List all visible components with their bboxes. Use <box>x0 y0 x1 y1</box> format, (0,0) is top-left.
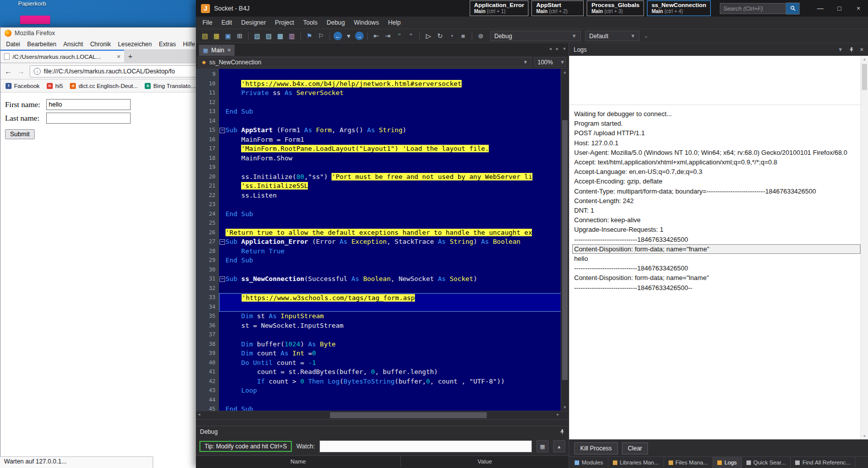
menu-debug[interactable]: Debug <box>322 19 349 26</box>
calculator-icon[interactable]: ▦ <box>536 440 549 452</box>
code-line[interactable]: 25 <box>196 219 569 228</box>
line-number[interactable]: 38 <box>196 340 219 349</box>
scroll-up-icon[interactable]: ▴ <box>553 440 565 452</box>
log-line[interactable]: User-Agent: Mozilla/5.0 (Windows NT 10.0… <box>574 148 858 157</box>
menu-designer[interactable]: Designer <box>237 19 270 26</box>
code-line[interactable]: 17 'MainForm.RootPane.LoadLayout("Layout… <box>196 144 569 154</box>
submit-button[interactable]: Submit <box>5 129 35 139</box>
logs-scrollbar[interactable]: ▲ ▼ <box>860 56 868 439</box>
menu-help[interactable]: Help <box>383 19 405 26</box>
code-line[interactable]: 38 Dim buffer(1024) As Byte <box>196 340 569 349</box>
save-all-icon[interactable]: ▣ <box>223 31 233 41</box>
toolbar-overflow-icon[interactable]: ⌄ <box>644 33 648 39</box>
code-line[interactable]: 19 <box>196 163 569 172</box>
code-line[interactable]: 18 MainForm.Show <box>196 154 569 163</box>
line-number[interactable]: 32 <box>196 284 219 294</box>
pin-icon[interactable] <box>560 429 565 434</box>
pin-icon[interactable] <box>849 47 854 52</box>
tab-list-icon[interactable]: ▾ <box>563 46 566 51</box>
bookmark-item[interactable]: ddict.cc Englisch-Deut... <box>70 82 138 89</box>
search-input[interactable] <box>720 3 786 14</box>
designer-icon[interactable]: ⊞ <box>235 31 245 41</box>
maximize-icon[interactable]: □ <box>830 0 849 17</box>
kill-process-button[interactable]: Kill Process <box>574 442 618 454</box>
line-number[interactable]: 25 <box>196 219 219 228</box>
code-line[interactable]: 22 ss.Listen <box>196 191 569 201</box>
profiler-icon[interactable]: ◔ <box>447 31 457 41</box>
line-number[interactable]: 12 <box>196 98 219 108</box>
code-line[interactable]: 30 <box>196 265 569 275</box>
tab-scroll-right-icon[interactable]: ▸ <box>556 46 559 51</box>
code-line[interactable]: 44 <box>196 396 569 405</box>
code-line[interactable]: 34 <box>196 303 569 312</box>
close-icon[interactable]: × <box>849 0 868 17</box>
recycle-bin-label[interactable]: Papierkorb <box>18 1 46 7</box>
line-number[interactable]: 45 <box>196 405 219 411</box>
code-line[interactable]: 20 ss.Initialize(80,"ss") 'Port must be … <box>196 172 569 182</box>
line-number[interactable]: 14 <box>196 117 219 126</box>
fold-marker-icon[interactable]: − <box>219 274 226 284</box>
code-line[interactable]: 45End Sub <box>196 405 569 411</box>
back-icon[interactable]: ← <box>5 67 12 75</box>
quick-module-appstart[interactable]: AppStartMain (ctrl + 2) <box>531 1 584 16</box>
scrollbar-thumb[interactable] <box>330 412 487 418</box>
log-line[interactable]: Content-Disposition: form-data; name="fn… <box>572 244 860 254</box>
add-module-icon[interactable]: ▧ <box>252 31 262 41</box>
code-line[interactable]: 40 Do Until count = -1 <box>196 358 569 368</box>
page-info-icon[interactable]: i <box>34 68 41 75</box>
tab-close-icon[interactable]: × <box>117 53 121 60</box>
code-line[interactable]: 41 count = st.ReadBytes(buffer, 0, buffe… <box>196 367 569 377</box>
firefox-menu-item[interactable]: Bearbeiten <box>24 41 60 48</box>
add-code-module-icon[interactable]: ▩ <box>275 31 285 41</box>
log-line[interactable]: POST /upload HTTP/1.1 <box>574 128 858 138</box>
quick-module-ss_newconnection[interactable]: ss_NewConnectionMain (ctrl + 4) <box>647 1 711 16</box>
log-line[interactable]: Program started. <box>574 119 858 128</box>
menu-windows[interactable]: Windows <box>350 19 384 26</box>
bookmark-list-icon[interactable]: ⚐ <box>316 31 326 41</box>
code-line[interactable]: 39 Dim count As Int =0 <box>196 349 569 358</box>
firefox-menu-item[interactable]: Datei <box>3 41 24 48</box>
fold-marker-icon[interactable]: − <box>219 237 226 247</box>
line-number[interactable]: 37 <box>196 330 219 340</box>
line-number[interactable]: 27 <box>196 237 219 247</box>
navigate-forward-icon[interactable]: → <box>355 32 364 40</box>
scroll-left-icon[interactable]: ◂ <box>198 412 200 417</box>
log-line[interactable]: Waiting for debugger to connect... <box>574 109 858 119</box>
bookmark-item[interactable]: hhi5 <box>47 82 63 89</box>
menu-file[interactable]: File <box>198 19 217 26</box>
build-config-select[interactable]: Default ▼ <box>585 31 639 41</box>
rebuild-icon[interactable]: ↻ <box>435 31 445 41</box>
line-number[interactable]: 30 <box>196 265 219 275</box>
code-line[interactable]: 36 st = NewSocket.InputStream <box>196 321 569 331</box>
line-number[interactable]: 23 <box>196 200 219 210</box>
log-line[interactable]: DNT: 1 <box>574 206 858 215</box>
line-number[interactable]: 17 <box>196 144 219 154</box>
bottom-tab-modules[interactable]: Modules <box>570 457 608 468</box>
firefox-menu-item[interactable]: Ansicht <box>60 41 86 48</box>
scroll-down-icon[interactable]: ▼ <box>561 405 569 410</box>
bookmark-item[interactable]: bBing Translato... <box>145 82 195 89</box>
stop-icon[interactable]: ■ <box>458 31 468 41</box>
line-number[interactable]: 42 <box>196 377 219 387</box>
b4j-titlebar[interactable]: J Socket - B4J Application_ErrorMain (ct… <box>196 0 868 17</box>
line-number[interactable]: 21 <box>196 181 219 191</box>
line-number[interactable]: 9 <box>196 70 219 79</box>
line-number[interactable]: 33 <box>196 293 219 303</box>
last-name-input[interactable] <box>46 113 131 124</box>
code-line[interactable]: 26'Return true to allow the default exce… <box>196 228 569 238</box>
log-line[interactable]: Content-Disposition: form-data; name="ln… <box>574 273 858 283</box>
line-number[interactable]: 24 <box>196 210 219 219</box>
code-line[interactable]: 42 If count > 0 Then Log(BytesToString(b… <box>196 377 569 387</box>
bottom-tab-find-all-referenc-[interactable]: Find All Referenc... <box>791 457 855 468</box>
menu-project[interactable]: Project <box>270 19 298 26</box>
bottom-tab-libraries-man-[interactable]: Libraries Man... <box>608 457 664 468</box>
firefox-tab[interactable]: /C:/Users/markus.rauch.LOCAL... × <box>1 50 124 62</box>
comment-icon[interactable]: '' <box>394 31 404 41</box>
run-icon[interactable]: ▷ <box>423 31 433 41</box>
forward-icon[interactable]: → <box>17 67 25 75</box>
line-number[interactable]: 39 <box>196 349 219 358</box>
add-class-icon[interactable]: ▨ <box>264 31 274 41</box>
log-line[interactable]: Accept-Encoding: gzip, deflate <box>574 176 858 186</box>
watch-input[interactable] <box>319 440 532 452</box>
line-number[interactable]: 22 <box>196 191 219 201</box>
